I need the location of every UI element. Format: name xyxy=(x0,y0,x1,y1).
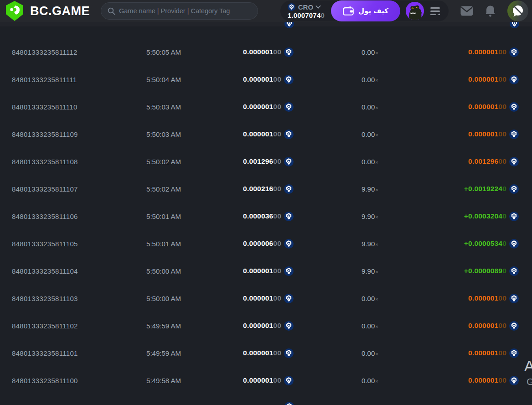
currency-balance: 1.00070740 xyxy=(288,11,325,19)
bet-row[interactable]: 84801333235811112 5:50:05 AM 0.00000100 … xyxy=(0,38,532,66)
bet-multiplier: 9.90× xyxy=(294,267,378,275)
cro-coin-icon xyxy=(284,75,294,84)
bet-amount: 0.00000100 xyxy=(181,348,294,358)
bet-profit: 0.00000100 xyxy=(378,376,532,385)
bet-id: 84801333235811111 xyxy=(0,76,128,83)
bet-time: 5:50:02 AM xyxy=(128,158,181,166)
bet-row[interactable]: 84801333235811101 5:49:59 AM 0.00000100 … xyxy=(0,339,532,367)
top-bar: BC.GAME CRO 1.00070740 xyxy=(0,0,532,22)
bet-id: 84801333235811105 xyxy=(0,240,128,248)
bet-profit: +0.00005340 xyxy=(378,239,532,249)
cro-coin-icon xyxy=(509,376,519,385)
notifications-button[interactable] xyxy=(485,5,496,17)
search-input[interactable] xyxy=(119,7,251,15)
chevron-down-icon xyxy=(315,3,320,8)
bet-multiplier: 9.90× xyxy=(294,213,378,220)
bet-amount: 0.00129600 xyxy=(181,157,294,166)
cro-coin-icon xyxy=(284,184,294,194)
cro-coin-icon xyxy=(284,402,294,405)
bet-amount: 0.00021600 xyxy=(181,184,294,194)
bet-rows: 84801333235811112 5:50:05 AM 0.00000100 … xyxy=(0,22,532,394)
bet-time: 5:50:01 AM xyxy=(128,240,181,248)
bet-multiplier: 0.00× xyxy=(294,48,378,56)
bet-time: 5:50:00 AM xyxy=(128,295,181,302)
bet-time: 5:50:03 AM xyxy=(128,130,181,138)
bet-profit: 0.00000100 xyxy=(378,75,532,84)
bet-amount: 0.00000100 xyxy=(181,130,294,139)
bet-multiplier: 0.00× xyxy=(294,377,378,384)
deposit-button[interactable]: كيف پول xyxy=(331,0,400,21)
bet-profit: 0.00000100 xyxy=(378,348,532,358)
search-bar[interactable] xyxy=(101,2,258,20)
table-top-band xyxy=(0,22,532,26)
bet-row[interactable]: 84801333235811105 5:50:01 AM 0.00000600 … xyxy=(0,230,532,257)
bet-row[interactable]: 84801333235811100 5:49:58 AM 0.00000100 … xyxy=(0,367,532,394)
cro-coin-icon xyxy=(284,239,294,249)
cro-coin-icon xyxy=(509,130,519,139)
cro-coin-icon xyxy=(284,266,294,276)
bet-multiplier: 9.90× xyxy=(294,185,378,193)
cro-coin-icon xyxy=(509,75,519,84)
bet-amount: 0.00000600 xyxy=(181,239,294,249)
bet-row[interactable]: 84801333235811107 5:50:02 AM 0.00021600 … xyxy=(0,175,532,202)
brand-title: BC.GAME xyxy=(30,4,90,18)
bet-id: 84801333235811110 xyxy=(0,103,128,111)
bet-profit: 0.00000100 xyxy=(378,102,532,112)
bet-row[interactable]: 84801333235811108 5:50:02 AM 0.00129600 … xyxy=(0,148,532,175)
cro-coin-icon xyxy=(284,348,294,358)
cro-coin-icon xyxy=(284,47,294,57)
cro-coin-icon xyxy=(509,47,519,57)
bet-id: 84801333235811102 xyxy=(0,322,128,330)
bet-row[interactable]: 84801333235811111 5:50:04 AM 0.00000100 … xyxy=(0,66,532,93)
bet-amount: 0.00003600 xyxy=(181,212,294,221)
bet-row[interactable]: 84801333235811110 5:50:03 AM 0.00000100 … xyxy=(0,93,532,120)
cro-coin-icon xyxy=(509,239,519,249)
bet-amount: 0.00000100 xyxy=(181,321,294,331)
bet-profit: 0.00000100 xyxy=(378,294,532,303)
bet-row[interactable]: 84801333235811103 5:50:00 AM 0.00000100 … xyxy=(0,285,532,312)
bet-amount: 0.00000100 xyxy=(181,266,294,276)
bet-time: 5:50:03 AM xyxy=(128,103,181,111)
currency-code: CRO xyxy=(298,3,313,11)
currency-selector[interactable]: CRO 1.00070740 xyxy=(288,3,325,19)
cro-coin-icon xyxy=(509,321,519,331)
cro-coin-icon xyxy=(284,130,294,139)
mail-button[interactable] xyxy=(460,6,473,16)
deposit-label: كيف پول xyxy=(358,7,388,15)
bet-profit: 0.00000100 xyxy=(378,321,532,331)
bet-row[interactable]: 84801333235811104 5:50:00 AM 0.00000100 … xyxy=(0,257,532,285)
bet-id: 84801333235811103 xyxy=(0,295,128,302)
bet-profit: 0.00000100 xyxy=(378,47,532,57)
bet-amount: 0.00000100 xyxy=(181,376,294,385)
bet-id: 84801333235811112 xyxy=(0,48,128,56)
cro-coin-icon xyxy=(509,212,519,221)
cro-coin-icon xyxy=(284,376,294,385)
bet-amount: 0.00000100 xyxy=(181,102,294,112)
cro-coin-icon xyxy=(509,102,519,112)
bet-amount: 0.00000100 xyxy=(181,47,294,57)
bet-multiplier: 0.00× xyxy=(294,158,378,166)
chat-toggle-button[interactable] xyxy=(507,0,528,21)
bet-id: 84801333235811100 xyxy=(0,377,128,384)
bet-time: 5:50:04 AM xyxy=(128,76,181,83)
bet-id: 84801333235811107 xyxy=(0,185,128,193)
cro-coin-icon xyxy=(509,157,519,166)
logo[interactable]: BC.GAME xyxy=(5,0,90,21)
cro-coin-icon xyxy=(284,212,294,221)
bet-profit: +0.00032040 xyxy=(378,212,532,221)
bet-time: 5:50:01 AM xyxy=(128,213,181,220)
cro-coin-icon xyxy=(284,321,294,331)
bet-multiplier: 0.00× xyxy=(294,349,378,357)
user-menu-icon[interactable] xyxy=(430,7,440,15)
avatar[interactable] xyxy=(406,2,424,20)
bet-profit: +0.00000890 xyxy=(378,266,532,276)
bet-id: 84801333235811106 xyxy=(0,213,128,220)
bet-row[interactable]: 84801333235811102 5:49:59 AM 0.00000100 … xyxy=(0,312,532,339)
bc-logo-icon xyxy=(5,0,25,21)
bet-row[interactable]: 84801333235811106 5:50:01 AM 0.00003600 … xyxy=(0,202,532,230)
cro-coin-icon xyxy=(509,348,519,358)
bc-game-app: BC.GAME CRO 1.00070740 xyxy=(0,0,532,405)
cro-coin-icon xyxy=(509,184,519,194)
bet-row[interactable]: 84801333235811109 5:50:03 AM 0.00000100 … xyxy=(0,120,532,148)
bet-multiplier: 0.00× xyxy=(294,76,378,83)
